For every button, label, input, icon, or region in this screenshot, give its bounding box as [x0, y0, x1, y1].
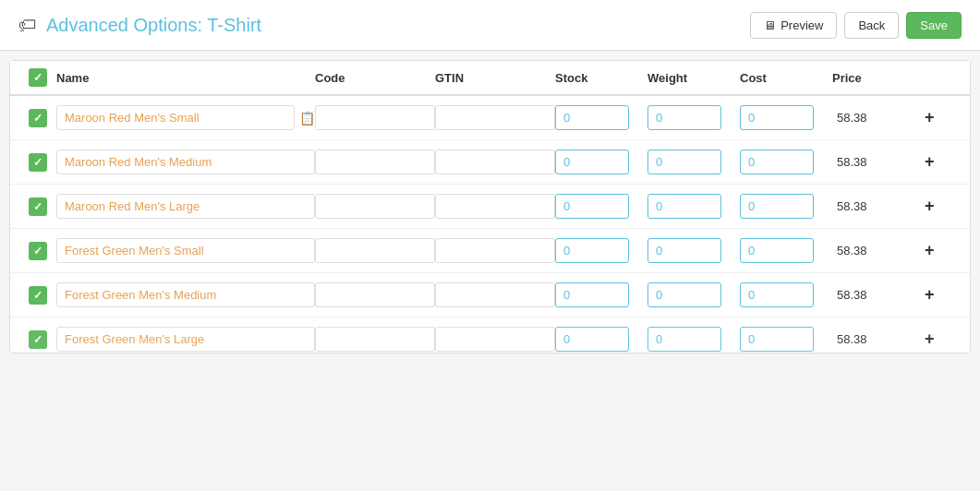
row-action-cell: + [925, 241, 962, 260]
table-row: 58.38 + [10, 273, 970, 317]
row-checkbox-cell[interactable] [19, 109, 56, 127]
weight-input[interactable] [647, 327, 721, 352]
expand-button[interactable]: + [925, 152, 935, 172]
row-cost-cell [740, 238, 832, 263]
row-checkbox[interactable] [29, 198, 47, 216]
expand-button[interactable]: + [925, 329, 935, 349]
code-input[interactable] [315, 327, 435, 352]
code-input[interactable] [315, 282, 435, 307]
name-input[interactable] [56, 282, 315, 307]
code-input[interactable] [315, 238, 435, 263]
row-name-cell: 📋 [56, 105, 315, 130]
cost-input[interactable] [740, 150, 814, 174]
cost-input[interactable] [740, 105, 814, 130]
weight-input[interactable] [647, 150, 721, 174]
name-input[interactable] [56, 327, 315, 352]
col-stock: Stock [555, 71, 647, 85]
col-price: Price [832, 71, 925, 85]
cost-input[interactable] [740, 282, 814, 307]
expand-button[interactable]: + [925, 285, 935, 305]
title-prefix: Advanced Options: [46, 15, 207, 35]
row-price-cell: 58.38 [832, 199, 925, 213]
back-button[interactable]: Back [844, 12, 899, 39]
weight-input[interactable] [647, 194, 721, 219]
row-name-cell [56, 150, 315, 174]
stock-input[interactable] [555, 327, 629, 352]
gtin-input[interactable] [435, 105, 555, 130]
stock-input[interactable] [555, 238, 629, 263]
row-price-cell: 58.38 [832, 111, 925, 125]
select-all-cell[interactable] [19, 68, 56, 87]
card-icon[interactable]: 📋 [299, 111, 315, 126]
row-gtin-cell [435, 282, 555, 307]
row-price-cell: 58.38 [832, 332, 925, 346]
stock-input[interactable] [555, 194, 629, 219]
table-row: 📋 58.38 + [10, 96, 970, 140]
row-code-cell [315, 194, 435, 219]
row-cost-cell [740, 150, 832, 174]
row-checkbox-cell[interactable] [19, 198, 56, 216]
name-input[interactable] [56, 238, 315, 263]
code-input[interactable] [315, 150, 435, 174]
code-input[interactable] [315, 194, 435, 219]
weight-input[interactable] [647, 282, 721, 307]
row-checkbox[interactable] [29, 242, 47, 260]
row-cost-cell [740, 282, 832, 307]
row-code-cell [315, 150, 435, 174]
row-price-cell: 58.38 [832, 155, 925, 169]
row-gtin-cell [435, 105, 555, 130]
row-price-cell: 58.38 [832, 288, 925, 302]
row-gtin-cell [435, 327, 555, 352]
row-stock-cell [555, 150, 647, 174]
name-input[interactable] [56, 105, 295, 130]
row-checkbox[interactable] [29, 153, 47, 172]
row-checkbox-cell[interactable] [19, 286, 56, 305]
name-input[interactable] [56, 194, 315, 219]
col-cost: Cost [740, 71, 832, 85]
gtin-input[interactable] [435, 150, 555, 174]
header-left: 🏷 Advanced Options: T-Shirt [18, 15, 261, 36]
row-name-cell [56, 327, 315, 352]
col-gtin: GTIN [435, 71, 555, 85]
gtin-input[interactable] [435, 282, 555, 307]
table-row: 58.38 + [10, 317, 970, 353]
expand-button[interactable]: + [925, 241, 935, 260]
weight-input[interactable] [647, 238, 721, 263]
cost-input[interactable] [740, 327, 814, 352]
cost-input[interactable] [740, 238, 814, 263]
expand-button[interactable]: + [925, 108, 935, 127]
row-checkbox[interactable] [29, 109, 47, 127]
row-checkbox-cell[interactable] [19, 242, 56, 260]
row-code-cell [315, 282, 435, 307]
page-header: 🏷 Advanced Options: T-Shirt 🖥 Preview Ba… [0, 0, 980, 51]
row-checkbox-cell[interactable] [19, 153, 56, 172]
preview-button[interactable]: 🖥 Preview [750, 12, 837, 39]
col-weight: Weight [647, 71, 740, 85]
row-cost-cell [740, 105, 832, 130]
row-price-cell: 58.38 [832, 244, 925, 257]
row-checkbox-cell[interactable] [19, 330, 56, 349]
title-link[interactable]: T-Shirt [207, 15, 261, 35]
gtin-input[interactable] [435, 238, 555, 263]
select-all-checkbox[interactable] [29, 68, 47, 87]
row-checkbox[interactable] [29, 286, 47, 305]
preview-label: Preview [780, 18, 823, 32]
row-stock-cell [555, 238, 647, 263]
save-button[interactable]: Save [906, 12, 962, 39]
row-gtin-cell [435, 194, 555, 219]
row-checkbox[interactable] [29, 330, 47, 349]
stock-input[interactable] [555, 105, 629, 130]
stock-input[interactable] [555, 282, 629, 307]
gtin-input[interactable] [435, 194, 555, 219]
code-input[interactable] [315, 105, 435, 130]
row-name-cell [56, 282, 315, 307]
row-name-cell [56, 194, 315, 219]
stock-input[interactable] [555, 150, 629, 174]
expand-button[interactable]: + [925, 197, 935, 216]
cost-input[interactable] [740, 194, 814, 219]
row-weight-cell [647, 238, 740, 263]
name-input[interactable] [56, 150, 315, 174]
col-name: Name [56, 71, 315, 85]
weight-input[interactable] [647, 105, 721, 130]
gtin-input[interactable] [435, 327, 555, 352]
